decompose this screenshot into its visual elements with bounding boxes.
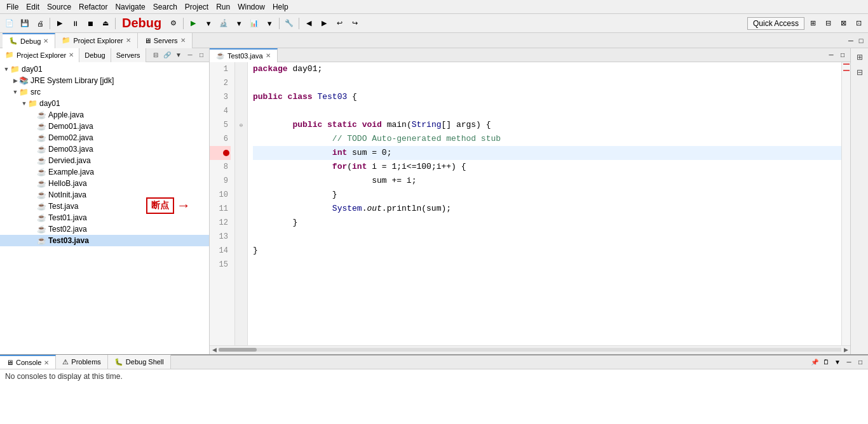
lp-tab-project-close[interactable]: ✕ (69, 51, 74, 58)
toolbar-debug-disconnect-btn[interactable]: ⏏ (98, 17, 112, 30)
servers-tab-close[interactable]: ✕ (180, 37, 186, 44)
quick-access-button[interactable]: Quick Access (747, 17, 804, 30)
tree-item-7[interactable]: ☕Demo03.java (0, 143, 209, 155)
tree-item-6[interactable]: ☕Demo02.java (0, 132, 209, 143)
gutter-cell-2 (235, 76, 247, 90)
menu-navigate[interactable]: Navigate (111, 1, 149, 13)
menu-help[interactable]: Help (269, 1, 292, 13)
toolbar-prev-edit-btn[interactable]: ◀ (302, 17, 316, 30)
menu-file[interactable]: File (3, 1, 22, 13)
menu-refactor[interactable]: Refactor (75, 1, 111, 13)
lp-minimize-btn[interactable]: ─ (185, 50, 195, 60)
toolbar-back-btn[interactable]: ↩ (332, 17, 346, 30)
tree-item-5[interactable]: ☕Demo01.java (0, 121, 209, 132)
tree-item-2[interactable]: ▼📁src (0, 86, 209, 98)
lp-tab-servers[interactable]: Servers (111, 48, 146, 62)
menu-run[interactable]: Run (212, 1, 234, 13)
toolbar-next-edit-btn[interactable]: ▶ (317, 17, 331, 30)
menu-window[interactable]: Window (234, 1, 269, 13)
bottom-tab-console[interactable]: 🖥 Console ✕ (0, 355, 56, 369)
tree-item-13[interactable]: ☕Test01.java (0, 212, 209, 223)
toolbar-new-btn[interactable]: 📄 (3, 17, 17, 30)
tree-label-0: day01 (22, 65, 43, 74)
tree-item-14[interactable]: ☕Test02.java (0, 223, 209, 235)
tree-icon-12: ☕ (37, 202, 46, 211)
toolbar-external-tools-btn[interactable]: 🔧 (282, 17, 296, 30)
h-scroll-thumb[interactable] (219, 348, 257, 352)
h-scroll-left-btn[interactable]: ◀ (210, 345, 219, 354)
tree-item-12[interactable]: ☕Test.java (0, 201, 209, 212)
debug-tab-close[interactable]: ✕ (43, 37, 48, 44)
lp-maximize-btn[interactable]: □ (196, 50, 207, 60)
toolbar-coverage-dropdown-btn[interactable]: ▼ (232, 17, 246, 30)
console-maximize-btn[interactable]: □ (855, 357, 865, 367)
editor-tab-close[interactable]: ✕ (266, 52, 271, 59)
h-scrollbar[interactable]: ◀ ▶ (210, 345, 850, 354)
tree-item-4[interactable]: ☕Apple.java (0, 109, 209, 121)
toolbar-debug-resume-btn[interactable]: ▶ (53, 17, 67, 30)
h-scroll-track[interactable] (219, 348, 841, 352)
tree-item-8[interactable]: ☕Dervied.java (0, 155, 209, 166)
tree-item-10[interactable]: ☕HelloB.java (0, 178, 209, 189)
tree-icon-5: ☕ (37, 122, 46, 131)
minimize-view-btn[interactable]: ─ (846, 36, 855, 45)
console-tab-close[interactable]: ✕ (44, 359, 49, 366)
view-tab-project-explorer[interactable]: 📁 Project Explorer ✕ (55, 33, 137, 48)
toolbar-perspective-btn[interactable]: ⊞ (806, 17, 820, 30)
editor-minimize-btn[interactable]: ─ (826, 50, 836, 60)
tree-item-0[interactable]: ▼📁day01 (0, 63, 209, 75)
line-number-12: 12 (210, 216, 231, 230)
lp-tab-project-explorer[interactable]: 📁 Project Explorer ✕ (0, 48, 79, 62)
toolbar-perspective3-btn[interactable]: ⊠ (836, 17, 850, 30)
tree-item-9[interactable]: ☕Example.java (0, 166, 209, 178)
tree-label-2: src (31, 88, 41, 96)
toolbar-run-dropdown-btn[interactable]: ▼ (201, 17, 215, 30)
line-number-9: 9 (210, 174, 231, 188)
view-tab-servers[interactable]: 🖥 Servers ✕ (138, 33, 193, 48)
fold-arrow-5[interactable]: ⊖ (240, 122, 243, 129)
toolbar-forward-btn[interactable]: ↪ (348, 17, 362, 30)
h-scroll-right-btn[interactable]: ▶ (841, 345, 850, 354)
code-editor[interactable]: 12345689101112131415 ⊖ package day01; pu… (210, 62, 841, 345)
lp-collapse-all-btn[interactable]: ⊟ (151, 50, 161, 60)
tree-item-11[interactable]: ☕NotInit.java (0, 189, 209, 201)
tree-label-10: HelloB.java (48, 179, 87, 188)
lp-view-menu-btn[interactable]: ▼ (173, 50, 184, 60)
editor-maximize-btn[interactable]: □ (837, 50, 848, 60)
toolbar-profile-dropdown-btn[interactable]: ▼ (262, 17, 276, 30)
maximize-view-btn[interactable]: □ (857, 36, 865, 45)
tree-item-3[interactable]: ▼📁day01 (0, 98, 209, 109)
toolbar-save-btn[interactable]: 💾 (18, 17, 32, 30)
right-icon-btn2[interactable]: ⊟ (853, 66, 866, 79)
console-dropdown-btn[interactable]: ▼ (832, 357, 843, 367)
menu-edit[interactable]: Edit (22, 1, 43, 13)
tree-item-1[interactable]: ▶📚JRE System Library [jdk] (0, 75, 209, 86)
menu-search[interactable]: Search (149, 1, 181, 13)
menu-source[interactable]: Source (43, 1, 75, 13)
bottom-tab-debug-shell[interactable]: 🐛 Debug Shell (108, 355, 171, 369)
code-editor-area: 12345689101112131415 ⊖ package day01; pu… (210, 62, 850, 345)
lp-tab-debug[interactable]: Debug (79, 48, 111, 62)
toolbar-run-btn[interactable]: ▶ (186, 17, 200, 30)
bottom-tab-problems[interactable]: ⚠ Problems (56, 355, 107, 369)
editor-scrollbar[interactable] (841, 62, 850, 345)
view-tab-debug[interactable]: 🐛 Debug ✕ (3, 33, 55, 48)
toolbar-coverage-btn[interactable]: 🔬 (217, 17, 231, 30)
lp-link-editor-btn[interactable]: 🔗 (162, 50, 172, 60)
toolbar-perspective4-btn[interactable]: ⊡ (851, 17, 865, 30)
project-explorer-tab-close[interactable]: ✕ (126, 37, 131, 44)
toolbar-perspective2-btn[interactable]: ⊟ (821, 17, 835, 30)
toolbar-settings-btn[interactable]: ⚙ (166, 17, 180, 30)
toolbar-print-btn[interactable]: 🖨 (33, 17, 47, 30)
code-content[interactable]: package day01; public class Test03 { pub… (248, 62, 841, 345)
tree-item-15[interactable]: ☕Test03.java (0, 235, 209, 246)
toolbar-debug-suspend-btn[interactable]: ⏸ (68, 17, 82, 30)
console-action2[interactable]: 🗒 (821, 357, 831, 367)
toolbar-debug-stop-btn[interactable]: ⏹ (83, 17, 97, 30)
editor-tab-test03[interactable]: ☕ Test03.java ✕ (210, 48, 278, 62)
console-minimize-btn[interactable]: ─ (844, 357, 854, 367)
right-icon-btn1[interactable]: ⊞ (853, 51, 866, 63)
toolbar-profile-btn[interactable]: 📊 (247, 17, 261, 30)
menu-project[interactable]: Project (181, 1, 212, 13)
console-action1[interactable]: 📌 (810, 357, 820, 367)
